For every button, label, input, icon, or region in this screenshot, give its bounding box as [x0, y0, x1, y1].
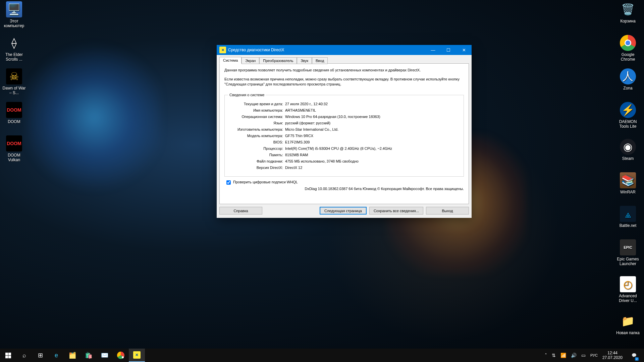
- close-button[interactable]: ✕: [456, 45, 472, 55]
- desktop-icon-this-pc[interactable]: 🖥️Этот компьютер: [1, 1, 27, 28]
- sysinfo-row: Процессор:Intel(R) Core(TM) i5-9300H CPU…: [228, 146, 460, 151]
- desktop-icon-winrar[interactable]: 📚WinRAR: [615, 172, 641, 194]
- tab-sound[interactable]: Звук: [297, 57, 312, 64]
- tray-chevron-up-icon[interactable]: ˄: [545, 353, 547, 358]
- taskbar-explorer[interactable]: 🗂️: [64, 349, 80, 362]
- advanced-driver-icon: ◴: [620, 276, 636, 292]
- action-center-button[interactable]: 💬 2: [627, 349, 641, 362]
- recycle-bin-icon: 🗑️: [620, 1, 636, 17]
- mail-icon: ✉️: [101, 352, 108, 359]
- daemon-tools-icon: ⚡: [620, 102, 636, 118]
- task-view-button[interactable]: ⊞: [32, 349, 48, 362]
- doom-icon: DOOM: [6, 102, 22, 118]
- minimize-button[interactable]: —: [425, 45, 441, 55]
- desktop-icon-new-folder[interactable]: 📁Новая папка: [615, 313, 641, 335]
- tray-clock[interactable]: 12:44 27.07.2020: [602, 351, 623, 360]
- sysinfo-value: Micro-Star International Co., Ltd.: [285, 127, 460, 132]
- desktop-icon-skyrim[interactable]: ⟠The Elder Scrolls ...: [1, 35, 27, 62]
- search-button[interactable]: ⌕: [16, 349, 32, 362]
- next-page-button[interactable]: Следующая страница: [320, 207, 367, 215]
- desktop-icon-steam[interactable]: ◉Steam: [615, 139, 641, 161]
- intro-text-1: Данная программа позволяет получить подр…: [224, 68, 464, 73]
- svg-rect-3: [8, 356, 11, 358]
- sysinfo-row: Версия DirectX:DirectX 12: [228, 165, 460, 170]
- tab-input[interactable]: Ввод: [312, 57, 328, 64]
- maximize-button[interactable]: ☐: [441, 45, 456, 55]
- zona-icon: 人: [620, 68, 636, 84]
- desktop-icon-epic-games[interactable]: EPICEpic Games Launcher: [615, 239, 641, 266]
- sysinfo-value: русский (формат: русский): [285, 121, 460, 125]
- sysinfo-key: Изготовитель компьютера:: [228, 127, 285, 132]
- folder-icon: 🗂️: [69, 352, 76, 359]
- sysinfo-key: Язык:: [228, 121, 285, 125]
- exit-button[interactable]: Выход: [426, 207, 469, 215]
- sysinfo-row: Имя компьютера:ARTHASMENETIL: [228, 108, 460, 113]
- taskbar-edge[interactable]: e: [48, 349, 64, 362]
- sysinfo-value: E17F2IMS.309: [285, 140, 460, 144]
- sysinfo-row: Язык:русский (формат: русский): [228, 121, 460, 125]
- system-info-legend: Сведения о системе: [228, 93, 266, 97]
- sysinfo-value: Windows 10 Pro 64-разрядная (10.0, постр…: [285, 114, 460, 119]
- sysinfo-key: Процессор:: [228, 146, 285, 151]
- tray-volume-icon[interactable]: 🔊: [571, 353, 577, 358]
- tray-wifi-icon[interactable]: 📶: [560, 353, 566, 358]
- titlebar[interactable]: ✕ Средство диагностики DirectX — ☐ ✕: [217, 45, 472, 55]
- save-all-button[interactable]: Сохранить все сведения...: [369, 207, 423, 215]
- dxdiag-icon: ✕: [219, 47, 226, 53]
- epic-games-icon: EPIC: [620, 239, 636, 255]
- sysinfo-key: Операционная система:: [228, 114, 285, 119]
- dxdiag-icon: ✕: [133, 351, 141, 359]
- winrar-icon: 📚: [620, 172, 636, 188]
- help-button[interactable]: Справка: [219, 207, 262, 215]
- tray-network-icon[interactable]: ⇅: [552, 353, 556, 358]
- sysinfo-key: Текущие время и дата:: [228, 102, 285, 106]
- sysinfo-row: Изготовитель компьютера:Micro-Star Inter…: [228, 127, 460, 132]
- intro-text-2: Если известна возможная причина неполадк…: [224, 77, 464, 87]
- tabstrip: Система Экран Преобразователь Звук Ввод: [219, 57, 469, 64]
- start-button[interactable]: [0, 349, 16, 362]
- skyrim-icon: ⟠: [6, 35, 22, 51]
- tray-battery-icon[interactable]: ▭: [581, 353, 586, 358]
- windows-icon: [5, 353, 11, 358]
- desktop-icon-daemon-tools[interactable]: ⚡DAEMON Tools Lite: [615, 102, 641, 129]
- sysinfo-value: DirectX 12: [285, 165, 460, 170]
- notification-icon: 💬: [632, 353, 637, 358]
- desktop-icon-zona[interactable]: 人Zona: [615, 68, 641, 90]
- task-view-icon: ⊞: [38, 352, 43, 359]
- tab-system[interactable]: Система: [219, 57, 241, 64]
- battlenet-icon: ⟁: [620, 206, 636, 222]
- desktop-icon-chrome[interactable]: Google Chrome: [615, 35, 641, 62]
- tray-language[interactable]: РУС: [590, 353, 598, 357]
- taskbar-store[interactable]: 🛍️: [80, 349, 97, 362]
- system-info-group: Сведения о системе Текущие время и дата:…: [224, 93, 464, 177]
- desktop-icon-doom-vulkan[interactable]: DOOMDOOM Vulkan: [1, 135, 27, 162]
- taskbar-dxdiag[interactable]: ✕: [129, 349, 145, 362]
- taskbar-chrome[interactable]: [113, 349, 129, 362]
- dow-icon: ☠: [6, 68, 22, 84]
- doom-icon: DOOM: [6, 135, 22, 152]
- sysinfo-value: 27 июля 2020 г., 12:40:32: [285, 102, 460, 106]
- tab-display[interactable]: Экран: [241, 57, 259, 64]
- sysinfo-key: BIOS:: [228, 140, 285, 144]
- button-row: Справка Следующая страница Сохранить все…: [219, 204, 469, 215]
- taskbar-mail[interactable]: ✉️: [97, 349, 113, 362]
- desktop-icon-advanced-driver[interactable]: ◴Advanced Driver U...: [615, 276, 641, 303]
- svg-rect-1: [8, 353, 11, 355]
- sysinfo-row: Файл подкачки:4755 МБ использовано, 3748…: [228, 159, 460, 164]
- sysinfo-key: Модель компьютера:: [228, 133, 285, 138]
- whql-checkbox[interactable]: [226, 180, 231, 185]
- desktop-icon-battlenet[interactable]: ⟁Battle.net: [615, 206, 641, 228]
- sysinfo-row: Модель компьютера:GF75 Thin 9RCX: [228, 133, 460, 138]
- tab-panel-system: Данная программа позволяет получить подр…: [219, 63, 469, 204]
- desktop-icon-recycle-bin[interactable]: 🗑️Корзина: [615, 1, 641, 23]
- tab-render[interactable]: Преобразователь: [259, 57, 297, 64]
- pc-icon: 🖥️: [6, 1, 22, 17]
- desktop-icon-doom[interactable]: DOOMDOOM: [1, 102, 27, 124]
- whql-checkbox-label[interactable]: Проверить цифровые подписи WHQL: [226, 180, 298, 184]
- chrome-icon: [117, 352, 124, 359]
- sysinfo-row: BIOS:E17F2IMS.309: [228, 140, 460, 144]
- copyright-text: DxDiag 10.00.18362.0387 64 бита Юникод ©…: [224, 187, 464, 191]
- search-icon: ⌕: [22, 352, 26, 359]
- sysinfo-value: 8192MB RAM: [285, 153, 460, 157]
- desktop-icon-dawn-of-war[interactable]: ☠Dawn of War – S...: [1, 68, 27, 95]
